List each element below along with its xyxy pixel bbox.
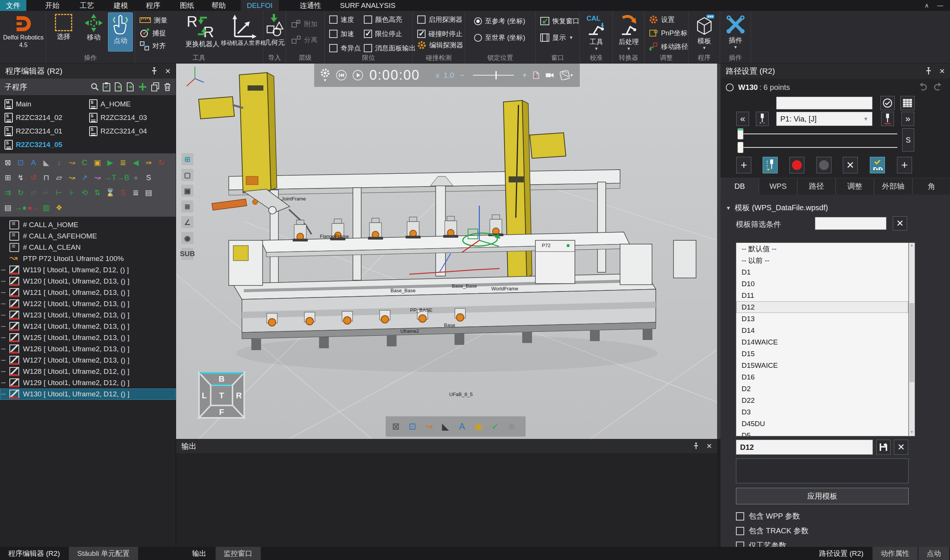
next-point-button[interactable]: » — [901, 112, 914, 126]
redo-icon[interactable] — [933, 82, 943, 91]
toolbar-icon[interactable]: C — [79, 157, 90, 168]
statement-row[interactable]: W120 [ Utool1, Uframe2, D13, () ] — [0, 276, 176, 287]
bottom-tab[interactable]: 路径设置 (R2) — [811, 547, 872, 560]
limit-checkbox-row[interactable]: 颜色高亮 — [364, 14, 416, 25]
statement-row[interactable]: W119 [ Utool1, Uframe2, D12, () ] — [0, 265, 176, 276]
toolbar-icon[interactable]: ⟲ — [79, 187, 90, 198]
template-description-box[interactable] — [736, 458, 908, 483]
slider-s-button[interactable]: S — [902, 128, 914, 152]
toolbar-icon[interactable]: S — [143, 172, 154, 183]
viewport-tool-icon[interactable]: ⊞ — [181, 153, 193, 165]
speed-decrease-icon[interactable]: − — [460, 71, 465, 80]
bottom-tab[interactable]: 动作属性 — [873, 547, 918, 560]
toolbar-icon[interactable]: ▤ — [2, 202, 14, 213]
subprogram-item[interactable]: M Main — [2, 98, 86, 110]
collision-checkbox-row[interactable]: 启用探测器 — [417, 14, 462, 25]
template-list-item[interactable]: D2 — [736, 383, 908, 394]
tab[interactable]: 调整 — [836, 178, 874, 194]
prev-point-button[interactable]: « — [736, 112, 749, 126]
pnp-coords-button[interactable]: PnP坐标 — [649, 28, 687, 39]
restore-window-button[interactable]: 恢复窗口 — [540, 15, 579, 27]
viewport-tool-icon[interactable]: SUB — [181, 248, 193, 260]
swap-robot-button[interactable]: R R 更换机器人 — [180, 12, 225, 49]
template-list-item[interactable]: D16 — [736, 371, 908, 383]
playback-settings-button[interactable]: ▼ — [320, 68, 330, 82]
viewport-action-icon[interactable]: A — [455, 419, 469, 434]
speed-slider-knob[interactable] — [496, 71, 497, 79]
snap-button[interactable]: 捕捉 — [140, 28, 166, 39]
toolbar-icon[interactable]: ↵ — [41, 187, 52, 198]
move-path-button[interactable]: 移动路径 — [649, 41, 688, 52]
geometry-button[interactable]: 几何元 — [264, 12, 285, 47]
path-slider-1[interactable] — [738, 134, 897, 134]
rewind-button[interactable] — [336, 67, 346, 83]
toolbar-icon[interactable]: →T — [105, 172, 116, 183]
toolbar-icon[interactable]: ↓ — [54, 157, 65, 168]
tab[interactable]: WPS — [759, 178, 797, 194]
statement-row[interactable]: W127 [ Utool1, Uframe2, D13, () ] — [0, 355, 176, 366]
template-filter-input[interactable] — [815, 217, 887, 230]
checklist-icon[interactable] — [103, 82, 110, 91]
collision-checkbox-row[interactable]: 碰撞时停止 — [417, 28, 462, 40]
checkbox[interactable] — [417, 15, 425, 24]
statement-row[interactable]: W130 [ Utool1, Uframe2, D12, () ] — [0, 389, 176, 400]
viewport-action-icon[interactable]: ▣ — [471, 419, 486, 434]
menu-item[interactable]: 文件 — [0, 0, 26, 11]
point-comment-input[interactable] — [776, 97, 873, 109]
viewport-tool-icon[interactable]: ∠ — [181, 216, 193, 228]
limit-checkbox-row[interactable]: 消息面板输出 — [364, 43, 416, 54]
template-list-item[interactable]: D12 — [736, 301, 908, 313]
subprogram-item[interactable]: S R2ZC3214_02 — [2, 112, 86, 124]
bottom-tab[interactable]: 程序编辑器 (R2) — [0, 547, 68, 560]
bottom-tab[interactable]: 点动 — [918, 547, 949, 560]
statement-row[interactable]: W126 [ Utool1, Uframe2, D13, () ] — [0, 343, 176, 355]
jump-to-point-button[interactable] — [756, 112, 769, 126]
toolbar-icon[interactable]: ⌛ — [105, 187, 116, 198]
toolbar-icon[interactable]: ◀ — [130, 157, 142, 168]
viewport-tool-icon[interactable]: ▣ — [181, 185, 193, 197]
move-robot-world-button[interactable]: 移动机器人世界框 — [225, 12, 262, 47]
checkbox[interactable] — [736, 527, 744, 535]
scroll-up-icon[interactable]: ▲ — [909, 243, 915, 249]
checkbox[interactable] — [417, 30, 425, 38]
tab[interactable]: 外部轴 — [874, 178, 912, 194]
statement-row[interactable]: W128 [ Utool1, Uframe2, D12, () ] — [0, 366, 176, 377]
toolbar-icon[interactable]: ↻ — [156, 157, 167, 168]
toolbar-icon[interactable]: ⇉ — [2, 187, 14, 198]
path-slider-2[interactable] — [738, 147, 897, 148]
record-button[interactable] — [789, 157, 804, 173]
tab[interactable]: 角 — [912, 178, 950, 194]
copy-icon[interactable] — [151, 82, 160, 91]
template-list-item[interactable]: D15WAICE — [736, 360, 908, 371]
add-point-after-button[interactable]: + — [897, 157, 912, 173]
import-program-icon[interactable] — [114, 82, 122, 91]
toolbar-icon[interactable]: ●→ — [28, 202, 39, 213]
toolbar-icon[interactable]: ● — [130, 172, 142, 183]
statement-row[interactable]: W121 [ Utool1, Uframe2, D13, () ] — [0, 287, 176, 298]
lock-radio-row[interactable]: 至世界 (坐标) — [474, 32, 525, 43]
statement-row[interactable]: PTP P72 Utool1 Uframe2 100% — [0, 253, 176, 265]
template-list-item[interactable]: D14WAICE — [736, 336, 908, 348]
edit-detector-button[interactable]: 编辑探测器 — [417, 40, 463, 51]
close-icon[interactable]: × — [939, 67, 945, 75]
pin-icon[interactable] — [693, 443, 699, 449]
template-list-item[interactable]: D1 — [736, 266, 908, 278]
toolbar-icon[interactable]: ◣ — [41, 157, 52, 168]
template-option-row[interactable]: 包含 TRACK 参数 — [736, 526, 808, 536]
toolbar-icon[interactable]: ⇄ — [28, 187, 39, 198]
template-list-item[interactable]: D22 — [736, 394, 908, 406]
template-list-item[interactable]: D45DU — [736, 418, 908, 429]
collapse-ribbon-icon[interactable]: ∧ — [924, 2, 929, 9]
toolbar-icon[interactable]: S — [117, 187, 129, 198]
checkbox[interactable] — [364, 15, 372, 24]
template-list-item[interactable]: -- 默认值 -- — [736, 243, 908, 255]
checkbox[interactable] — [329, 15, 337, 24]
bottom-tab[interactable]: 监控窗口 — [216, 547, 261, 560]
plugin-button[interactable]: 插件 ▼ — [724, 12, 748, 49]
statement-row[interactable]: # CALL A_SAFEHOME — [0, 231, 176, 242]
toolbar-icon[interactable]: ⇅ — [92, 187, 103, 198]
scroll-down-icon[interactable]: ▼ — [909, 430, 915, 436]
limit-checkbox-row[interactable]: 限位停止 — [364, 28, 416, 40]
statement-row[interactable]: W129 [ Utool1, Uframe2, D12, () ] — [0, 377, 176, 389]
pin-icon[interactable] — [925, 67, 932, 75]
